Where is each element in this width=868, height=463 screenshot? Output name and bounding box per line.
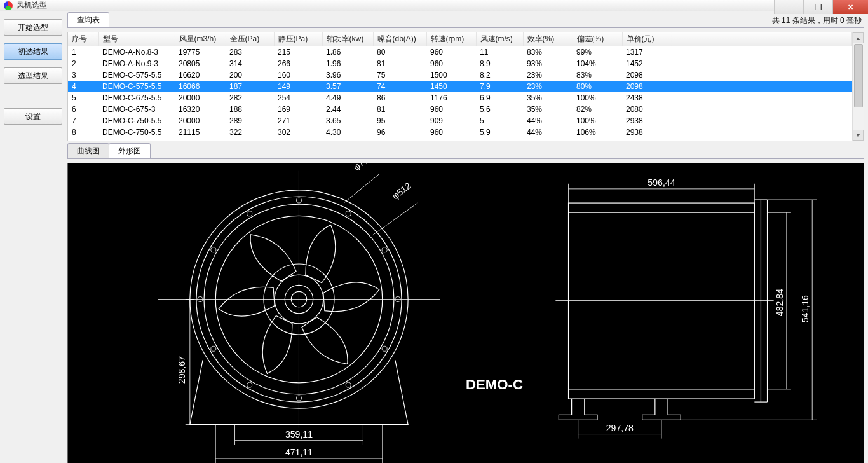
column-header[interactable]: 型号: [98, 32, 175, 46]
column-header[interactable]: 轴功率(kw): [322, 32, 373, 46]
table-cell: 44%: [523, 127, 573, 138]
table-cell: 2.99: [322, 138, 373, 141]
table-cell: 2098: [622, 81, 672, 92]
table-cell: 100%: [573, 92, 622, 104]
dim-w1: 359,11: [285, 429, 313, 439]
table-cell: 53%: [523, 138, 573, 141]
settings-button[interactable]: 设置: [4, 108, 62, 125]
table-cell: 6.9: [476, 92, 523, 104]
table-cell: 20000: [175, 115, 226, 127]
table-cell: 8: [68, 127, 98, 138]
tab-query-table[interactable]: 查询表: [67, 12, 109, 27]
table-cell: 6: [68, 104, 98, 115]
table-cell: 1450: [426, 81, 476, 92]
column-header[interactable]: 效率(%): [523, 32, 573, 46]
scroll-up-button[interactable]: ▲: [853, 32, 864, 43]
table-cell: 2: [68, 58, 98, 69]
svg-rect-34: [569, 203, 755, 399]
table-cell: 11: [476, 46, 523, 59]
sidebar: 开始选型 初选结果 选型结果 设置: [4, 14, 62, 463]
table-row[interactable]: 1DEMO-A-No.8-3197752832151.86809601183%9…: [68, 46, 852, 59]
table-cell: 1.86: [322, 46, 373, 59]
svg-point-11: [382, 346, 387, 351]
table-cell: 187: [226, 81, 274, 92]
table-cell: 16620: [175, 69, 226, 81]
table-cell: 160: [274, 69, 322, 81]
minimize-button[interactable]: [774, 0, 803, 14]
svg-point-18: [247, 211, 252, 216]
start-selection-button[interactable]: 开始选型: [4, 19, 62, 36]
table-cell: 960: [426, 127, 476, 138]
table-cell: 100%: [573, 138, 622, 141]
table-cell: 106%: [573, 127, 622, 138]
column-header[interactable]: 序号: [68, 32, 98, 46]
table-row[interactable]: 9DEMO-C-900-4200002852752.99716204.153%1…: [68, 138, 852, 141]
table-cell: 21115: [175, 127, 226, 138]
table-cell: 3241: [622, 138, 672, 141]
column-header[interactable]: 偏差(%): [573, 32, 622, 46]
lower-tabstrip: 曲线图 外形图: [67, 145, 864, 159]
table-cell: 2098: [622, 69, 672, 81]
model-name: DEMO-C: [466, 377, 523, 392]
column-header[interactable]: 静压(Pa): [274, 32, 322, 46]
table-cell: 4.1: [476, 138, 523, 141]
table-cell: 620: [426, 138, 476, 141]
tab-shape[interactable]: 外形图: [109, 143, 151, 158]
table-cell: 1452: [622, 58, 672, 69]
table-row[interactable]: 6DEMO-C-675-3163201881692.44819605.635%8…: [68, 104, 852, 115]
table-cell: DEMO-C-675-5.5: [98, 92, 175, 104]
table-cell: 215: [274, 46, 322, 59]
table-row[interactable]: 5DEMO-C-675-5.5200002822544.498611766.93…: [68, 92, 852, 104]
column-header[interactable]: 噪音(db(A)): [373, 32, 426, 46]
primary-result-button[interactable]: 初选结果: [4, 43, 62, 60]
window-title: 风机选型: [17, 0, 47, 11]
tab-curve[interactable]: 曲线图: [67, 143, 109, 158]
table-cell: 80: [373, 46, 426, 59]
table-cell: 82%: [573, 104, 622, 115]
dim-w2: 471,11: [285, 447, 313, 457]
table-cell: 3.65: [322, 115, 373, 127]
table-cell: 3.57: [322, 81, 373, 92]
table-cell: 289: [226, 115, 274, 127]
table-cell: 83%: [573, 69, 622, 81]
svg-point-20: [346, 211, 351, 216]
table-cell: 200: [226, 69, 274, 81]
table-cell: 2080: [622, 104, 672, 115]
table-cell: 83%: [523, 46, 573, 59]
table-cell: 960: [426, 46, 476, 59]
table-row[interactable]: 3DEMO-C-575-5.5166202001603.967515008.22…: [68, 69, 852, 81]
column-header[interactable]: 转速(rpm): [426, 32, 476, 46]
table-cell: 75: [373, 69, 426, 81]
scroll-thumb[interactable]: [854, 44, 863, 107]
dim-phi2: φ512: [390, 181, 413, 202]
table-cell: 1: [68, 46, 98, 59]
table-cell: 23%: [523, 81, 573, 92]
table-row[interactable]: 7DEMO-C-750-5.5200002892713.6595909544%1…: [68, 115, 852, 127]
table-cell: 23%: [523, 69, 573, 81]
column-header[interactable]: 单价(元): [622, 32, 672, 46]
dim-botw: 297,78: [606, 423, 634, 433]
table-cell: 283: [226, 46, 274, 59]
result-count-label: 共 11 条结果，用时 0 毫秒: [772, 15, 862, 26]
table-cell: 16320: [175, 104, 226, 115]
drawing-panel: φ7,82 φ512 298,67 359,11: [67, 163, 864, 463]
maximize-button[interactable]: [803, 0, 832, 14]
close-button[interactable]: [832, 0, 868, 14]
table-cell: 100%: [573, 115, 622, 127]
results-grid[interactable]: 序号型号风量(m3/h)全压(Pa)静压(Pa)轴功率(kw)噪音(db(A))…: [68, 32, 852, 141]
table-scrollbar[interactable]: ▲ ▼: [852, 32, 864, 141]
table-cell: 188: [226, 104, 274, 115]
table-cell: 5.9: [476, 127, 523, 138]
table-cell: 2438: [622, 92, 672, 104]
scroll-down-button[interactable]: ▼: [853, 130, 864, 141]
table-row[interactable]: 4DEMO-C-575-5.5160661871493.577414507.92…: [68, 81, 852, 92]
table-row[interactable]: 8DEMO-C-750-5.5211153223024.30969605.944…: [68, 127, 852, 138]
column-header[interactable]: 全压(Pa): [226, 32, 274, 46]
table-cell: 4: [68, 81, 98, 92]
dim-rh2: 541,16: [800, 295, 810, 322]
table-cell: 2.44: [322, 104, 373, 115]
table-row[interactable]: 2DEMO-A-No.9-3208053142661.96819608.993%…: [68, 58, 852, 69]
column-header[interactable]: 风速(m/s): [476, 32, 523, 46]
column-header[interactable]: 风量(m3/h): [175, 32, 226, 46]
final-result-button[interactable]: 选型结果: [4, 67, 62, 84]
